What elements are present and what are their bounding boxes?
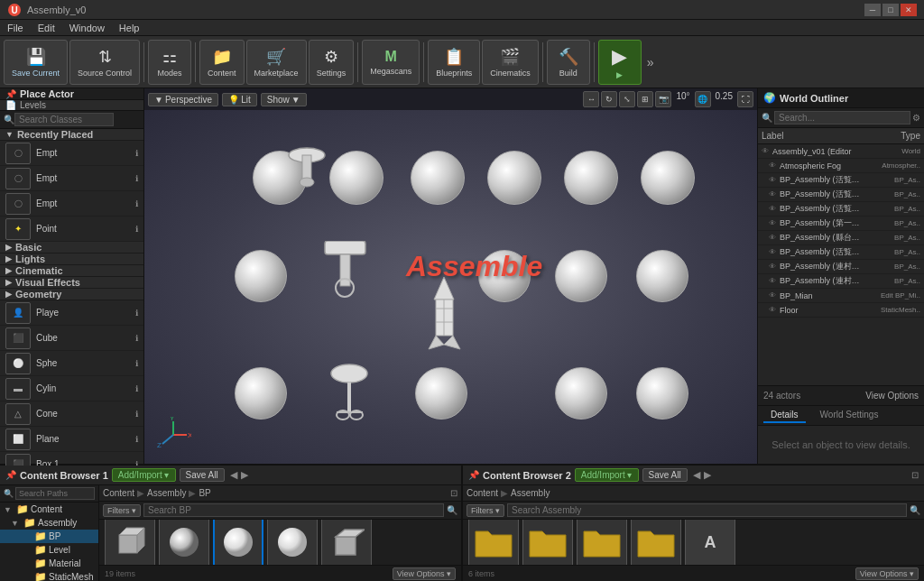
outliner-item-8[interactable]: 👁 BP_Assembly (連村Edit BP_As..: [758, 260, 924, 274]
menu-file[interactable]: File: [4, 23, 27, 33]
menu-help[interactable]: Help: [116, 23, 143, 33]
rotate-icon[interactable]: ↻: [601, 91, 617, 107]
outliner-item-10[interactable]: 👁 BP_Mian Edit BP_Mi..: [758, 289, 924, 303]
snap-icon[interactable]: ⊞: [637, 91, 653, 107]
left-item-empt3[interactable]: ◯ Empt ℹ: [0, 191, 143, 217]
cb2-search-input[interactable]: [507, 503, 907, 517]
cb1-thumb-4[interactable]: [267, 520, 318, 565]
cb2-breadcrumb-assembly[interactable]: Assembly: [511, 488, 550, 498]
cb1-thumb-1[interactable]: [105, 520, 155, 565]
cb1-nav-back[interactable]: ◀: [230, 469, 237, 481]
cb1-filters-btn[interactable]: Filters ▾: [103, 504, 141, 517]
toolbar-expand-icon[interactable]: »: [643, 55, 658, 69]
cb1-expand-icon[interactable]: ⊡: [450, 488, 457, 498]
outliner-item-7[interactable]: 👁 BP_Assembly (活覧Edit BP_As..: [758, 245, 924, 260]
outliner-item-5[interactable]: 👁 BP_Assembly (第一Edit BP_As..: [758, 217, 924, 231]
save-current-button[interactable]: 💾 Save Current: [4, 40, 68, 85]
outliner-item-3[interactable]: 👁 BP_Assembly (活覧Edit BP_As..: [758, 188, 924, 202]
left-item-playe[interactable]: 👤 Playe ℹ: [0, 300, 143, 326]
left-search-input[interactable]: [14, 113, 114, 126]
world-icon[interactable]: 🌐: [695, 91, 711, 107]
visual-effects-header[interactable]: ▶ Visual Effects: [0, 277, 143, 289]
blueprints-button[interactable]: 📋 Blueprints: [428, 40, 480, 85]
cb2-expand-icon[interactable]: ⊡: [911, 470, 919, 480]
viewport-show-btn[interactable]: Show ▼: [261, 93, 307, 106]
source-control-button[interactable]: ⇅ Source Control: [69, 40, 140, 85]
geometry-header[interactable]: ▶ Geometry: [0, 289, 143, 300]
camera-icon[interactable]: 📷: [655, 91, 671, 107]
cb1-breadcrumb-assembly[interactable]: Assembly: [147, 488, 186, 498]
lights-header[interactable]: ▶ Lights: [0, 254, 143, 265]
cinematics-button[interactable]: 🎬 Cinematics: [482, 40, 539, 85]
cb2-thumb-5[interactable]: A: [685, 520, 735, 565]
cb2-view-options-btn[interactable]: View Options ▾: [855, 567, 919, 580]
cb2-thumb-4[interactable]: [631, 520, 681, 565]
cb1-tree-search-input[interactable]: [15, 487, 95, 500]
cb1-view-options-btn[interactable]: View Options ▾: [393, 567, 456, 580]
cb1-add-import-btn[interactable]: Add/Import ▾: [112, 468, 176, 482]
left-item-sphe1[interactable]: ⚪ Sphe ℹ: [0, 351, 143, 376]
cb1-breadcrumb-bp[interactable]: BP: [199, 488, 210, 498]
viewport[interactable]: ▼ Perspective 💡 Lit Show ▼ ↔ ↻ ⤡ ⊞ 📷 10°…: [144, 88, 757, 464]
menu-window[interactable]: Window: [66, 23, 108, 33]
outliner-item-2[interactable]: 👁 BP_Assembly (活覧Edit BP_As..: [758, 173, 924, 188]
outliner-item-4[interactable]: 👁 BP_Assembly (活覧Edit BP_As..: [758, 202, 924, 217]
marketplace-button[interactable]: 🛒 Marketplace: [246, 40, 307, 85]
outliner-item-11[interactable]: 👁 Floor StaticMesh..: [758, 303, 924, 318]
viewport-scene[interactable]: Assemble: [144, 110, 757, 464]
scale-icon[interactable]: ⤡: [619, 91, 635, 107]
menu-edit[interactable]: Edit: [34, 23, 59, 33]
outliner-item-1[interactable]: 👁 Atmospheric Fog Atmospher..: [758, 159, 924, 173]
basic-header[interactable]: ▶ Basic: [0, 242, 143, 254]
content-button[interactable]: 📁 Content: [199, 40, 245, 85]
megascans-button[interactable]: M Megascans: [362, 40, 420, 85]
translate-icon[interactable]: ↔: [583, 91, 599, 107]
left-item-plane[interactable]: ⬜ Plane ℹ: [0, 427, 143, 452]
minimize-btn[interactable]: ─: [864, 4, 881, 16]
outliner-search-input[interactable]: [774, 111, 910, 124]
left-item-empt2[interactable]: ◯ Empt ℹ: [0, 166, 143, 191]
cb1-nav-forward[interactable]: ▶: [241, 469, 248, 481]
left-item-empt1[interactable]: ◯ Empt ℹ: [0, 141, 143, 166]
cinematic-header[interactable]: ▶ Cinematic: [0, 265, 143, 277]
left-item-cylin[interactable]: ▬ Cylin ℹ: [0, 376, 143, 401]
cb2-breadcrumb-content[interactable]: Content: [467, 488, 498, 498]
viewport-lit-btn[interactable]: 💡 Lit: [222, 93, 257, 106]
cb2-thumb-3[interactable]: [577, 520, 627, 565]
left-item-cone[interactable]: △ Cone ℹ: [0, 401, 143, 427]
viewport-mode-btn[interactable]: ▼ Perspective: [148, 93, 218, 106]
cb2-nav-forward[interactable]: ▶: [704, 469, 711, 481]
cb1-thumb-5[interactable]: [321, 520, 372, 565]
cb1-thumb-3[interactable]: [213, 520, 263, 565]
view-options-btn[interactable]: View Options: [865, 391, 919, 401]
cb1-breadcrumb-content[interactable]: Content: [103, 488, 134, 498]
levels-label[interactable]: Levels: [20, 100, 46, 110]
cb2-save-all-btn[interactable]: Save All: [642, 468, 688, 482]
tree-bp[interactable]: 📁 BP: [0, 530, 98, 543]
tree-level[interactable]: 📁 Level: [0, 543, 98, 557]
outliner-item-9[interactable]: 👁 BP_Assembly (連村Edit BP_As..: [758, 274, 924, 289]
cb1-search-input[interactable]: [143, 503, 444, 517]
settings-button[interactable]: ⚙ Settings: [309, 40, 355, 85]
cb2-thumb-2[interactable]: [522, 520, 573, 565]
left-item-point[interactable]: ✦ Point ℹ: [0, 217, 143, 242]
close-btn[interactable]: ✕: [901, 4, 917, 16]
build-button[interactable]: 🔨 Build: [547, 40, 590, 85]
left-item-cube[interactable]: ⬛ Cube ℹ: [0, 326, 143, 351]
outliner-settings-icon[interactable]: ⚙: [912, 113, 920, 123]
play-button[interactable]: ▶ ▶: [598, 40, 642, 85]
cb2-thumb-1[interactable]: [468, 520, 519, 565]
maximize-btn[interactable]: □: [882, 4, 899, 16]
cb2-nav-back[interactable]: ◀: [693, 469, 700, 481]
world-settings-tab[interactable]: World Settings: [813, 408, 886, 423]
tree-staticmesh[interactable]: 📁 StaticMesh: [0, 570, 98, 581]
tree-material[interactable]: 📁 Material: [0, 557, 98, 570]
modes-button[interactable]: ⚏ Modes: [148, 40, 191, 85]
outliner-item-0[interactable]: 👁 Assembly_v01 (Editor World: [758, 144, 924, 159]
details-tab[interactable]: Details: [763, 408, 806, 423]
tree-assembly[interactable]: ▼ 📁 Assembly: [0, 516, 98, 530]
cb1-thumb-2[interactable]: [159, 520, 209, 565]
maximize-viewport-icon[interactable]: ⛶: [737, 91, 753, 107]
tree-content[interactable]: ▼ 📁 Content: [0, 503, 98, 516]
cb2-filters-btn[interactable]: Filters ▾: [467, 504, 504, 517]
